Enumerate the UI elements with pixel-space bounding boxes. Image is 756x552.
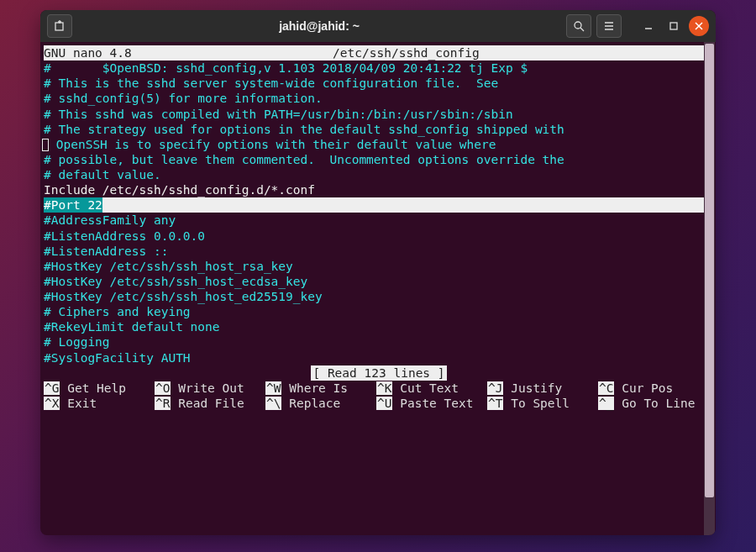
shortcut-label: Exit <box>67 397 97 410</box>
shortcut-key: ^O <box>155 381 171 395</box>
file-line: # default value. <box>44 167 714 182</box>
shortcut-key: ^X <box>44 397 60 410</box>
shortcut-key: ^\ <box>265 397 281 410</box>
maximize-icon <box>669 22 678 30</box>
shortcut-cur-pos: ^C Cur Pos <box>598 381 706 396</box>
shortcut-label: Cur Pos <box>622 381 673 395</box>
shortcut-label: Cut Text <box>400 381 459 395</box>
file-line: # possible, but leave them commented. Un… <box>44 152 714 167</box>
shortcut-key: ^C <box>598 381 614 395</box>
file-line: OpenSSH is to specify options with their… <box>44 137 714 152</box>
nano-shortcuts: ^G Get Help^O Write Out^W Where Is^K Cut… <box>44 381 714 411</box>
nano-status-row: [ Read 123 lines ] <box>44 365 714 381</box>
selection: #Port 22 <box>44 197 102 213</box>
nano-filepath: /etc/ssh/sshd_config <box>132 45 680 60</box>
shortcut-key: ^W <box>265 381 281 395</box>
shortcut-where-is: ^W Where Is <box>265 381 373 396</box>
shortcut-label: Replace <box>289 397 340 410</box>
hamburger-icon <box>603 20 615 32</box>
scrollbar-thumb[interactable] <box>705 44 714 497</box>
shortcut-go-to-line: ^_ Go To Line <box>598 396 706 411</box>
close-icon <box>695 22 703 30</box>
shortcut-read-file: ^R Read File <box>155 396 262 411</box>
shortcut-label: Where Is <box>289 381 348 395</box>
shortcut-cut-text: ^K Cut Text <box>376 381 484 396</box>
cursor <box>42 139 49 151</box>
shortcut-label: Write Out <box>178 381 244 395</box>
terminal-window: jahid@jahid: ~ GNU nano 4.8 /etc/ssh/s <box>40 10 716 535</box>
shortcut-write-out: ^O Write Out <box>155 381 262 396</box>
shortcut-key: ^_ <box>598 397 614 410</box>
nano-header: GNU nano 4.8 /etc/ssh/sshd_config <box>44 45 714 60</box>
titlebar: jahid@jahid: ~ <box>40 10 716 42</box>
file-line: #ListenAddress 0.0.0.0 <box>44 229 714 244</box>
shortcut-replace: ^\ Replace <box>265 396 373 411</box>
shortcut-key: ^T <box>487 397 503 410</box>
minimize-button[interactable] <box>638 16 659 36</box>
shortcut-label: Get Help <box>67 381 126 395</box>
file-line: # $OpenBSD: sshd_config,v 1.103 2018/04/… <box>44 60 714 76</box>
shortcut-paste-text: ^U Paste Text <box>376 396 484 411</box>
nano-version: GNU nano 4.8 <box>44 45 132 60</box>
new-tab-icon <box>54 20 66 32</box>
terminal-body[interactable]: GNU nano 4.8 /etc/ssh/sshd_config # $Ope… <box>40 42 716 535</box>
shortcut-key: ^J <box>487 381 503 395</box>
shortcut-get-help: ^G Get Help <box>44 381 151 396</box>
file-line: # This is the sshd server system-wide co… <box>44 76 714 91</box>
shortcut-to-spell: ^T To Spell <box>487 396 595 411</box>
file-line: # sshd_config(5) for more information. <box>44 91 714 106</box>
menu-button[interactable] <box>596 14 622 38</box>
file-line: #HostKey /etc/ssh/ssh_host_ed25519_key <box>44 289 714 304</box>
svg-rect-2 <box>670 23 677 29</box>
close-button[interactable] <box>689 16 709 36</box>
search-icon <box>573 20 585 32</box>
file-line: #RekeyLimit default none <box>44 319 714 334</box>
highlighted-line: #Port 22 <box>44 197 714 213</box>
search-button[interactable] <box>566 14 591 38</box>
shortcut-key: ^K <box>376 381 392 395</box>
file-line: Include /etc/ssh/sshd_config.d/*.conf <box>44 182 714 197</box>
shortcut-key: ^R <box>155 397 171 410</box>
svg-rect-0 <box>55 23 63 30</box>
new-tab-button[interactable] <box>47 14 72 38</box>
shortcut-label: To Spell <box>511 397 570 410</box>
scrollbar[interactable] <box>704 42 715 535</box>
minimize-icon <box>644 22 653 30</box>
shortcut-label: Read File <box>178 397 244 410</box>
shortcut-label: Justify <box>511 381 562 395</box>
file-line: #HostKey /etc/ssh/ssh_host_ecdsa_key <box>44 274 714 289</box>
shortcut-label: Go To Line <box>622 397 695 410</box>
file-line: # Ciphers and keying <box>44 304 714 319</box>
shortcut-justify: ^J Justify <box>487 381 595 396</box>
file-line: #ListenAddress :: <box>44 244 714 259</box>
file-line: #SyslogFacility AUTH <box>44 350 714 365</box>
shortcut-exit: ^X Exit <box>44 396 151 411</box>
shortcut-key: ^G <box>44 381 60 395</box>
svg-point-1 <box>575 22 581 29</box>
shortcut-label: Paste Text <box>400 397 473 410</box>
nano-status: [ Read 123 lines ] <box>311 365 446 381</box>
file-line: # Logging <box>44 334 714 350</box>
file-line: #HostKey /etc/ssh/ssh_host_rsa_key <box>44 259 714 274</box>
file-line: #AddressFamily any <box>44 213 714 228</box>
file-line: # This sshd was compiled with PATH=/usr/… <box>44 107 714 122</box>
file-line: # The strategy used for options in the d… <box>44 122 714 137</box>
maximize-button[interactable] <box>664 16 684 36</box>
shortcut-key: ^U <box>376 397 392 410</box>
window-title: jahid@jahid: ~ <box>77 19 561 33</box>
